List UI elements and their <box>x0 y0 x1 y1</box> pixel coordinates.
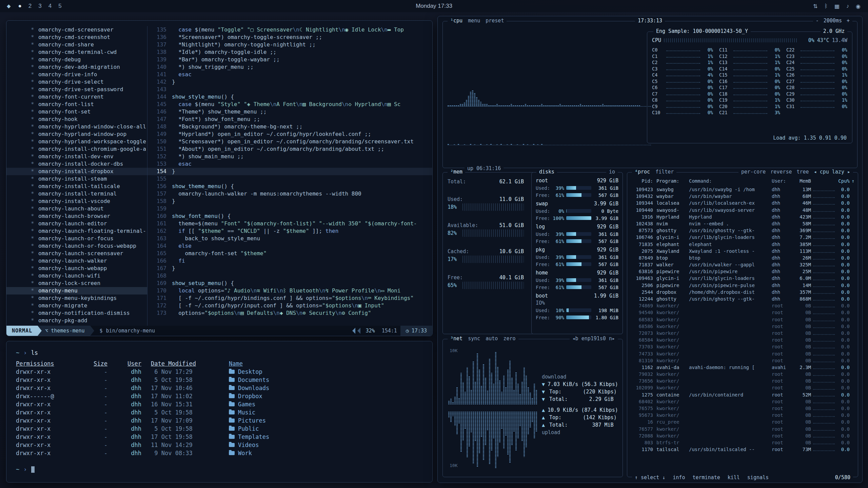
file-tree-item[interactable]: * omarchy-launch-webapp <box>6 265 147 272</box>
process-row[interactable]: 73703 kworker/ root 0B 0.0 <box>631 343 854 350</box>
file-tree-item[interactable]: * omarchy-lock-screen <box>6 280 147 287</box>
process-row[interactable]: 1275 containe /usr/bin/containerd root 5… <box>631 391 854 398</box>
process-row[interactable]: 68584 kworker/ root 0B 0.0 <box>631 337 854 343</box>
process-row[interactable]: 102099 kworker/ root 0B 0.0 <box>631 384 854 391</box>
footer-hint[interactable]: terminate <box>692 474 720 481</box>
code-line[interactable]: 160 show_font_menu() { <box>147 212 432 220</box>
process-row[interactable]: 2544 dropbox /home/dhh/.dropbox-dist dhh… <box>631 289 854 296</box>
workspace-button[interactable]: 3 <box>38 3 41 9</box>
file-tree-item[interactable]: * omarchy-launch-walker <box>6 257 147 265</box>
code-line[interactable]: 157 omarchy-launch-walker -m menus:omarc… <box>147 190 432 198</box>
footer-hint[interactable]: signals <box>747 474 769 481</box>
workspace-button[interactable]: 5 <box>58 3 61 9</box>
process-row[interactable]: 94540 kworker/ root 0B 0.0 <box>631 309 854 316</box>
code-line[interactable]: 145 case $(menu "Style" "◈ Theme\nA Font… <box>147 101 432 108</box>
process-row[interactable]: 109463 glycin-i /usr/lib/glycin-loaders … <box>631 275 854 282</box>
process-row[interactable]: 71835 elephant elephant dhh 385M 0.0 <box>631 241 854 248</box>
tree-tab[interactable]: tree <box>797 169 809 175</box>
file-tree-item[interactable]: * omarchy-install-dropbox <box>6 168 147 175</box>
process-row[interactable]: 76575 kworker/ root 0B 0.0 <box>631 405 854 412</box>
process-row[interactable]: 79032 kworker/ root 0B 0.0 <box>631 371 854 378</box>
file-tree-item[interactable]: * omarchy-launch-or-focus <box>6 235 147 242</box>
code-line[interactable]: 136 *Screensaver*) omarchy-toggle-screen… <box>147 34 432 41</box>
code-line[interactable]: 165 omarchy-font-set "$theme" <box>147 250 432 257</box>
file-tree-item[interactable]: * omarchy-launch-floating-terminal- <box>6 227 147 235</box>
code-line[interactable]: 163 back_to show_style_menu <box>147 235 432 242</box>
file-tree-item[interactable]: * omarchy-cmd-share <box>6 41 147 48</box>
tray-icon[interactable]: ⇅ <box>813 3 817 9</box>
process-row[interactable]: 102438 nvim nvim --embed . dhh 58M 0.0 <box>631 220 854 227</box>
code-line[interactable]: 144 show_style_menu() { <box>147 93 432 101</box>
file-tree-item[interactable]: * omarchy-install-steam <box>6 175 147 183</box>
file-tree-item[interactable]: * omarchy-cmd-terminal-cwd <box>6 48 147 56</box>
file-tree-item[interactable]: * omarchy-font-list <box>6 101 147 108</box>
code-line[interactable]: 159 <box>147 205 432 212</box>
filter-button[interactable]: filter <box>655 169 674 175</box>
code-line[interactable]: 154 } <box>147 168 432 175</box>
pid-header[interactable]: Pid: <box>631 178 656 184</box>
process-row[interactable]: 109423 swaybg /usr/bin/swaybg -i /hom dh… <box>631 186 854 193</box>
file-tree-item[interactable]: * omarchy-menu-keybindings <box>6 294 147 302</box>
file-tree-item[interactable]: * omarchy-launch-about <box>6 205 147 212</box>
interface-selector[interactable]: ◂b enp191s0 n▸ <box>572 336 615 342</box>
process-row[interactable]: 12244 ghostty /usr/bin/ghostty --gtk- dh… <box>631 296 854 302</box>
footer-hint[interactable]: info <box>673 474 685 481</box>
process-row[interactable]: 72088 kworker/ root 0B 0.0 <box>631 432 854 439</box>
process-row[interactable]: 87573 ghostty /usr/bin/ghostty --gtk- dh… <box>631 227 854 234</box>
code-line[interactable]: 172 [ -f ~/.config/hypr/input.conf ] && … <box>147 302 432 309</box>
sort-column-selector[interactable]: ◂ cpu lazy ▸ <box>814 169 850 175</box>
file-tree-item[interactable]: * omarchy-menu <box>6 287 147 294</box>
code-line[interactable]: 146 *Theme*) show_theme_menu ;; <box>147 108 432 116</box>
code-line[interactable]: 170 local options="♪ Audio\n≋ Wifi\nᛒ Bl… <box>147 287 432 294</box>
process-row[interactable]: 74733 kworker/ root 0B 0.0 <box>631 350 854 357</box>
file-tree-item[interactable]: * omarchy-install-dev-env <box>6 153 147 160</box>
file-tree-item[interactable]: * omarchy-dev-add-migration <box>6 63 147 71</box>
code-line[interactable]: 161 theme=$(menu "Font" "$(omarchy-font-… <box>147 220 432 227</box>
process-row[interactable]: 72073 kworker/ root 0B 0.0 <box>631 330 854 337</box>
file-tree-item[interactable]: * omarchy-debug <box>6 56 147 63</box>
code-line[interactable]: 137 *Nightlight*) omarchy-toggle-nightli… <box>147 41 432 48</box>
menu-button[interactable]: menu <box>468 18 480 24</box>
program-header[interactable]: Program: <box>656 178 689 184</box>
code-line[interactable]: 152 *) show_main_menu ;; <box>147 153 432 160</box>
file-tree-item[interactable]: * omarchy-notification-dismiss <box>6 309 147 317</box>
file-tree-item[interactable]: * omarchy-hyprland-workspace-toggle <box>6 138 147 145</box>
file-tree-item[interactable]: * omarchy-launch-browser <box>6 212 147 220</box>
tray-icon[interactable]: ♪ <box>846 3 849 9</box>
code-line[interactable]: 151 *About*) open_in_editor ~/.config/om… <box>147 145 432 153</box>
footer-hint[interactable]: ↑ select ↓ <box>635 474 665 481</box>
file-tree-item[interactable]: * omarchy-launch-wifi <box>6 272 147 280</box>
mem-header[interactable]: MemB <box>793 178 811 184</box>
file-tree-item[interactable]: * omarchy-install-tailscale <box>6 183 147 190</box>
file-tree-item[interactable]: * omarchy-launch-screensaver <box>6 250 147 257</box>
file-tree-item[interactable]: * omarchy-install-docker-dbs <box>6 160 147 168</box>
preset-button[interactable]: preset <box>486 18 504 24</box>
code-line[interactable]: 135 case $(menu "Toggle" "▢ Screensaver\… <box>147 26 432 34</box>
code-line[interactable]: 138 *Idle*) omarchy-toggle-idle ;; <box>147 48 432 56</box>
code-line[interactable]: 150 *Screensaver*) open_in_editor ~/.con… <box>147 138 432 145</box>
prompt-line[interactable]: ~ › <box>16 465 423 473</box>
code-line[interactable]: 155 <box>147 175 432 183</box>
zero-tab[interactable]: zero <box>503 336 515 342</box>
interval-decrease-button[interactable]: - <box>816 18 819 24</box>
io-tab[interactable]: io <box>609 169 615 175</box>
code-line[interactable]: 142 } <box>147 78 432 86</box>
process-row[interactable]: 109344 localsea /usr/lib/localsearch-ex … <box>631 200 854 206</box>
sync-tab[interactable]: sync <box>468 336 480 342</box>
file-tree-item[interactable]: * omarchy-hyprland-window-pop <box>6 130 147 138</box>
process-row[interactable]: 109440 swayosd- /usr/lib/swayosd-server … <box>631 207 854 214</box>
process-row[interactable]: 71837 walker /usr/bin/walker --gappl dhh… <box>631 261 854 268</box>
file-tree-item[interactable]: * omarchy-launch-or-focus-webapp <box>6 242 147 250</box>
workspace-button[interactable]: ● <box>18 3 22 9</box>
file-tree-item[interactable]: * omarchy-pkg-add <box>6 317 147 324</box>
process-row[interactable]: 68583 kworker/ root 0B 0.0 <box>631 316 854 323</box>
reverse-tab[interactable]: reverse <box>770 169 792 175</box>
file-tree-item[interactable]: * omarchy-migrate <box>6 302 147 309</box>
process-row[interactable]: 76577 kworker/ root 0B 0.0 <box>631 426 854 432</box>
process-row[interactable]: 1916 Hyprland Hyprland dhh 423M 0.0 <box>631 214 854 220</box>
process-row[interactable]: 63816 pipewire /usr/bin/pipewire dhh 25M… <box>631 268 854 275</box>
workspace-button[interactable]: 2 <box>28 3 32 9</box>
process-row[interactable]: 2506 pipewire /usr/bin/pipewire-pulse dh… <box>631 282 854 289</box>
file-tree-item[interactable]: * omarchy-drive-select <box>6 78 147 86</box>
process-row[interactable]: 1162 avahi-da avahi-daemon: running [ av… <box>631 364 854 371</box>
